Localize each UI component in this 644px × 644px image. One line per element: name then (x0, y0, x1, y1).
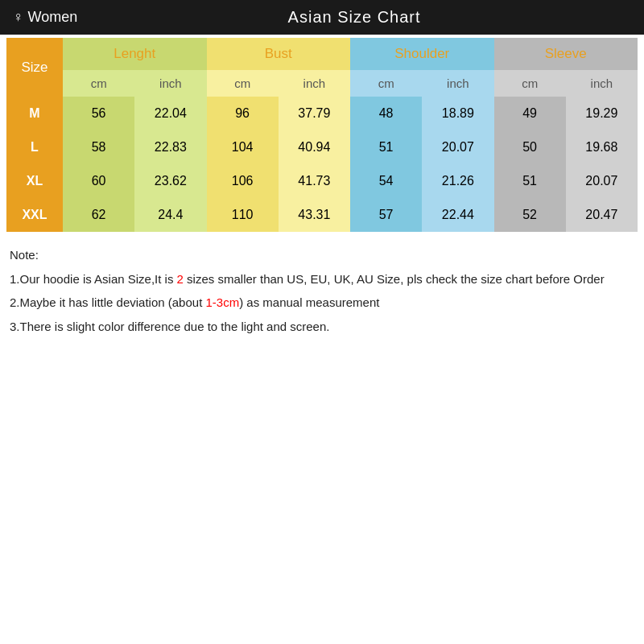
bust-inch-cell: 41.73 (279, 164, 350, 198)
chart-title: Asian Size Chart (77, 8, 631, 27)
sleeve-cm-cell: 50 (494, 130, 566, 164)
notes-section: Note: 1.Our hoodie is Asian Size,It is 2… (0, 232, 644, 346)
table-row: XL 60 23.62 106 41.73 54 21.26 51 20.07 (6, 164, 638, 198)
shoulder-cm-header: cm (350, 70, 422, 97)
lenght-inch-cell: 22.83 (134, 130, 206, 164)
lenght-cm-cell: 58 (63, 130, 134, 164)
shoulder-inch-cell: 20.07 (422, 130, 493, 164)
sleeve-inch-cell: 19.68 (566, 130, 638, 164)
notes-line2-pre: 2.Maybe it has little deviation (about (10, 295, 205, 309)
notes-line2: 2.Maybe it has little deviation (about 1… (10, 292, 634, 313)
notes-line3: 3.There is slight color difference due t… (10, 316, 634, 337)
table-row: L 58 22.83 104 40.94 51 20.07 50 19.68 (6, 130, 638, 164)
bust-group-header: Bust (207, 38, 351, 70)
lenght-inch-cell: 24.4 (134, 198, 206, 232)
bust-inch-cell: 37.79 (279, 97, 350, 130)
sleeve-cm-cell: 51 (494, 164, 566, 198)
page: ♀ Women Asian Size Chart Size Lenght Bus… (0, 0, 644, 644)
shoulder-cm-cell: 51 (350, 130, 422, 164)
shoulder-inch-cell: 18.89 (422, 97, 493, 130)
shoulder-inch-header: inch (422, 70, 493, 97)
size-cell: M (6, 97, 63, 130)
size-column-header: Size (6, 38, 63, 97)
shoulder-inch-cell: 22.44 (422, 198, 493, 232)
notes-line1: 1.Our hoodie is Asian Size,It is 2 sizes… (10, 269, 634, 290)
sleeve-group-header: Sleeve (494, 38, 638, 70)
notes-title: Note: (10, 245, 634, 266)
sleeve-cm-header: cm (494, 70, 566, 97)
notes-line2-post: ) as manual measurement (239, 295, 379, 309)
notes-line1-highlight: 2 (177, 272, 184, 286)
size-chart-table: Size Lenght Bust Shoulder Sleeve cm inch… (6, 38, 638, 232)
bust-cm-cell: 96 (207, 97, 279, 130)
lenght-cm-cell: 56 (63, 97, 134, 130)
sub-header-row: cm inch cm inch cm inch cm inch (6, 70, 638, 97)
size-cell: XXL (6, 198, 63, 232)
notes-line2-highlight: 1-3cm (205, 295, 239, 309)
lenght-cm-header: cm (63, 70, 134, 97)
group-header-row: Size Lenght Bust Shoulder Sleeve (6, 38, 638, 70)
size-chart-table-wrapper: Size Lenght Bust Shoulder Sleeve cm inch… (0, 38, 644, 232)
lenght-inch-cell: 22.04 (134, 97, 206, 130)
bust-cm-cell: 104 (207, 130, 279, 164)
shoulder-group-header: Shoulder (350, 38, 494, 70)
women-label: ♀ Women (13, 9, 77, 26)
table-row: M 56 22.04 96 37.79 48 18.89 49 19.29 (6, 97, 638, 130)
bust-inch-cell: 43.31 (279, 198, 350, 232)
shoulder-cm-cell: 54 (350, 164, 422, 198)
bust-inch-header: inch (279, 70, 350, 97)
shoulder-cm-cell: 57 (350, 198, 422, 232)
sleeve-inch-header: inch (566, 70, 638, 97)
size-cell: XL (6, 164, 63, 198)
bust-inch-cell: 40.94 (279, 130, 350, 164)
size-cell: L (6, 130, 63, 164)
header: ♀ Women Asian Size Chart (0, 0, 644, 35)
bust-cm-cell: 106 (207, 164, 279, 198)
lenght-group-header: Lenght (63, 38, 207, 70)
sleeve-inch-cell: 20.47 (566, 198, 638, 232)
shoulder-inch-cell: 21.26 (422, 164, 493, 198)
sleeve-inch-cell: 20.07 (566, 164, 638, 198)
table-row: XXL 62 24.4 110 43.31 57 22.44 52 20.47 (6, 198, 638, 232)
shoulder-cm-cell: 48 (350, 97, 422, 130)
notes-line1-post: sizes smaller than US, EU, UK, AU Size, … (184, 272, 605, 286)
lenght-cm-cell: 62 (63, 198, 134, 232)
sleeve-cm-cell: 52 (494, 198, 566, 232)
bust-cm-header: cm (207, 70, 279, 97)
table-body: M 56 22.04 96 37.79 48 18.89 49 19.29 L … (6, 97, 638, 232)
lenght-inch-cell: 23.62 (134, 164, 206, 198)
notes-line1-pre: 1.Our hoodie is Asian Size,It is (10, 272, 177, 286)
bust-cm-cell: 110 (207, 198, 279, 232)
lenght-inch-header: inch (134, 70, 206, 97)
sleeve-inch-cell: 19.29 (566, 97, 638, 130)
lenght-cm-cell: 60 (63, 164, 134, 198)
sleeve-cm-cell: 49 (494, 97, 566, 130)
